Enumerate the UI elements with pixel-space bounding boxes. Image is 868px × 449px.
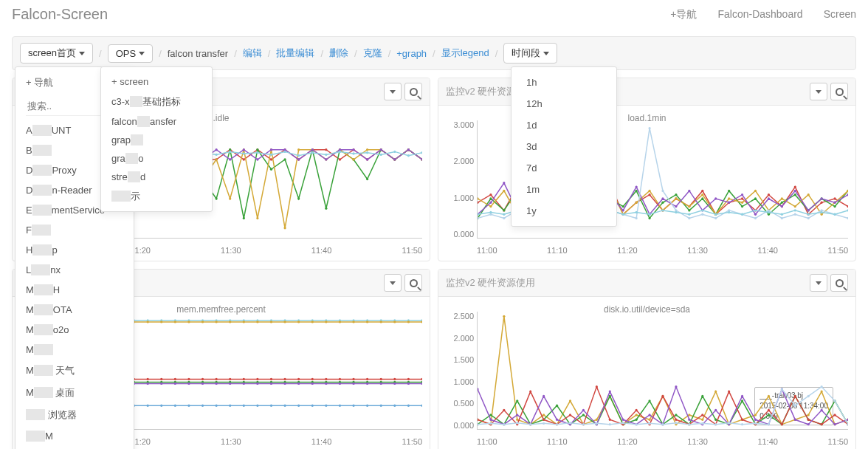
menu-item[interactable]: c3-xXX基础指标: [101, 92, 212, 112]
svg-point-104: [325, 158, 327, 160]
svg-point-180: [622, 205, 624, 208]
timerange-menu[interactable]: 1h12h1d3d7d1m1y: [511, 66, 617, 227]
svg-point-304: [728, 211, 730, 213]
svg-point-153: [648, 193, 650, 196]
nav-dashboard[interactable]: Falcon-Dashboard: [717, 8, 802, 21]
svg-point-478: [380, 405, 382, 407]
menu-item[interactable]: HXXXp: [16, 240, 134, 260]
zoom-button[interactable]: [830, 83, 848, 100]
panel-menu-button[interactable]: [384, 83, 402, 100]
svg-point-526: [675, 414, 677, 416]
svg-point-549: [596, 385, 598, 388]
svg-point-444: [297, 383, 300, 385]
svg-point-622: [794, 405, 796, 407]
svg-point-268: [636, 217, 638, 219]
menu-item[interactable]: MXXX 天气: [16, 360, 134, 382]
zoom-button[interactable]: [830, 274, 848, 292]
panel-menu-button[interactable]: [384, 274, 402, 292]
menu-item[interactable]: 1y: [512, 200, 616, 222]
svg-point-477: [366, 405, 368, 407]
svg-point-387: [283, 378, 286, 380]
panel-menu-button[interactable]: [810, 274, 827, 292]
delete-link[interactable]: 删除: [329, 47, 348, 60]
menu-item[interactable]: MXXXH: [16, 280, 134, 300]
zoom-button[interactable]: [404, 83, 422, 100]
menu-item[interactable]: grapXX: [101, 131, 212, 149]
svg-point-248: [754, 213, 757, 216]
svg-point-136: [380, 154, 382, 156]
svg-point-599: [489, 422, 492, 425]
svg-point-298: [648, 213, 650, 216]
ops-menu[interactable]: + screen c3-xXX基础指标falconXXansfergrapXXg…: [100, 66, 213, 212]
menu-item[interactable]: MXXXOTA: [16, 300, 134, 320]
timerange-dropdown[interactable]: 时间段: [503, 43, 557, 64]
menu-item[interactable]: FXXX: [16, 220, 134, 240]
zoom-button[interactable]: [404, 274, 422, 292]
svg-point-555: [675, 419, 677, 421]
svg-point-379: [174, 378, 176, 380]
svg-point-565: [807, 419, 810, 421]
ops-dropdown[interactable]: OPS: [108, 44, 153, 63]
nav-screen[interactable]: Screen: [824, 8, 856, 21]
plus-graph-link[interactable]: +graph: [396, 48, 427, 59]
svg-point-479: [393, 405, 396, 407]
svg-point-443: [283, 383, 286, 385]
menu-item[interactable]: falconXXansfer: [101, 112, 212, 131]
svg-point-354: [216, 321, 218, 323]
svg-point-134: [352, 152, 354, 154]
svg-point-162: [768, 193, 770, 196]
menu-item[interactable]: XXXM: [16, 426, 134, 446]
menu-item[interactable]: MXXX: [16, 340, 134, 360]
menu-item[interactable]: graXXo: [101, 149, 212, 168]
svg-point-273: [701, 213, 703, 216]
menu-item[interactable]: 1d: [512, 114, 616, 136]
menu-item[interactable]: streXXd: [101, 168, 212, 186]
menu-item[interactable]: XXX示: [101, 186, 212, 207]
svg-point-222: [794, 205, 796, 208]
nav-addnav[interactable]: +导航: [670, 8, 697, 21]
menu-item[interactable]: LXXXnx: [16, 260, 134, 280]
svg-point-239: [636, 185, 638, 188]
svg-point-468: [243, 405, 245, 407]
svg-point-242: [675, 205, 677, 208]
menu-item[interactable]: 1m: [512, 179, 616, 200]
screen-home-dropdown[interactable]: screen首页: [20, 43, 93, 64]
menu-item[interactable]: 12h: [512, 93, 616, 114]
svg-point-570: [489, 419, 492, 421]
svg-point-127: [256, 151, 258, 154]
svg-point-74: [297, 148, 300, 151]
svg-point-40: [216, 197, 218, 199]
menu-item[interactable]: MXXX 桌面: [16, 382, 134, 404]
svg-point-577: [582, 409, 585, 411]
svg-point-564: [794, 395, 796, 397]
show-legend-link[interactable]: 显示legend: [441, 47, 489, 60]
svg-point-531: [741, 400, 743, 402]
svg-point-362: [325, 321, 327, 323]
svg-point-213: [675, 197, 677, 199]
svg-point-624: [821, 385, 823, 388]
menu-item[interactable]: 1h: [512, 72, 616, 93]
svg-point-445: [311, 383, 314, 385]
panel-menu-button[interactable]: [810, 83, 827, 100]
menu-item[interactable]: XXX-CSP: [16, 446, 134, 449]
clone-link[interactable]: 克隆: [363, 47, 382, 60]
svg-point-544: [529, 390, 531, 392]
svg-point-587: [714, 409, 717, 411]
menu-item[interactable]: XXX 浏览器: [16, 404, 134, 426]
menu-item[interactable]: 7d: [512, 157, 616, 179]
svg-point-524: [648, 400, 650, 402]
svg-point-306: [754, 209, 757, 211]
svg-point-363: [339, 321, 341, 323]
svg-point-110: [407, 148, 410, 151]
svg-point-128: [270, 154, 272, 156]
svg-point-97: [229, 158, 231, 160]
menu-item[interactable]: 3d: [512, 136, 616, 157]
svg-point-253: [821, 197, 823, 199]
menu-item[interactable]: MXXXo2o: [16, 320, 134, 340]
edit-link[interactable]: 编辑: [243, 47, 262, 60]
bulk-edit-link[interactable]: 批量编辑: [276, 47, 314, 60]
svg-point-441: [256, 383, 258, 385]
svg-point-355: [229, 321, 231, 323]
svg-point-440: [243, 383, 245, 385]
svg-point-620: [768, 423, 770, 425]
